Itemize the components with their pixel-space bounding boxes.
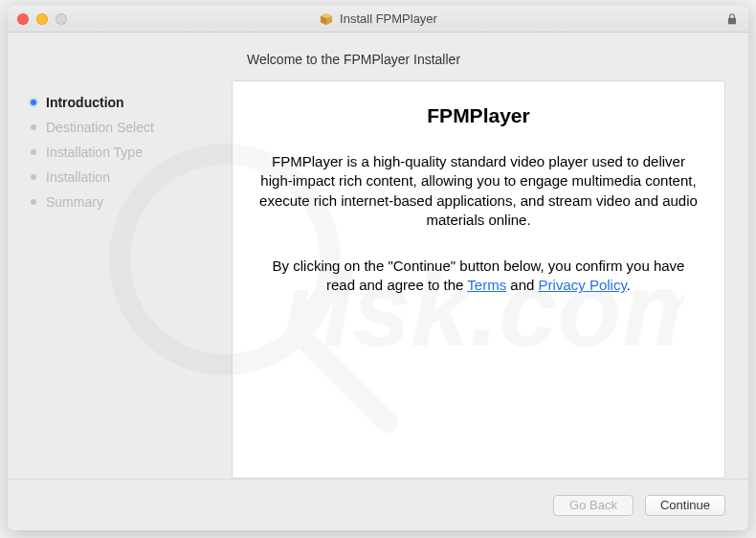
step-label: Installation Type — [46, 145, 143, 160]
agree-and: and — [506, 277, 538, 293]
footer: Go Back Continue — [8, 479, 748, 530]
lock-icon[interactable] — [725, 11, 739, 28]
welcome-heading: Welcome to the FPMPlayer Installer — [247, 33, 748, 80]
terms-link[interactable]: Terms — [467, 277, 506, 293]
body-area: Welcome to the FPMPlayer Installer Intro… — [8, 33, 748, 530]
bullet-icon — [31, 199, 36, 205]
installer-window: Install FPMPlayer Welcome to the FPMPlay… — [8, 6, 748, 530]
bullet-icon — [31, 174, 36, 180]
agree-suffix: . — [627, 277, 631, 293]
content-panel: FPMPlayer FPMPlayer is a high-quality st… — [232, 80, 725, 479]
traffic-lights — [17, 13, 67, 25]
content-description: FPMPlayer is a high-quality standard vid… — [257, 152, 700, 230]
step-label: Installation — [46, 169, 110, 185]
content-agreement: By clicking on the "Continue" button bel… — [257, 257, 700, 296]
privacy-policy-link[interactable]: Privacy Policy — [539, 277, 627, 293]
maximize-icon — [56, 13, 67, 25]
step-list: Introduction Destination Select Installa… — [31, 90, 232, 214]
close-icon[interactable] — [17, 13, 29, 25]
window-title: Install FPMPlayer — [340, 11, 437, 26]
content-title: FPMPlayer — [427, 104, 529, 127]
sidebar-item-installation-type: Installation Type — [31, 140, 232, 165]
continue-button[interactable]: Continue — [645, 495, 725, 516]
step-label: Summary — [46, 194, 103, 210]
bullet-icon — [31, 100, 36, 105]
sidebar-item-summary: Summary — [31, 190, 232, 214]
sidebar-item-installation: Installation — [31, 165, 232, 190]
bullet-icon — [31, 124, 36, 130]
step-label: Introduction — [46, 95, 124, 110]
sidebar: Introduction Destination Select Installa… — [31, 80, 232, 479]
titlebar: Install FPMPlayer — [8, 6, 748, 33]
main-row: Introduction Destination Select Installa… — [8, 80, 748, 479]
step-label: Destination Select — [46, 120, 154, 135]
bullet-icon — [31, 149, 36, 155]
go-back-button: Go Back — [553, 495, 634, 516]
minimize-icon[interactable] — [36, 13, 48, 25]
sidebar-item-destination-select: Destination Select — [31, 115, 232, 140]
sidebar-item-introduction: Introduction — [31, 90, 232, 115]
title-center: Install FPMPlayer — [8, 11, 748, 27]
package-icon — [319, 11, 334, 27]
